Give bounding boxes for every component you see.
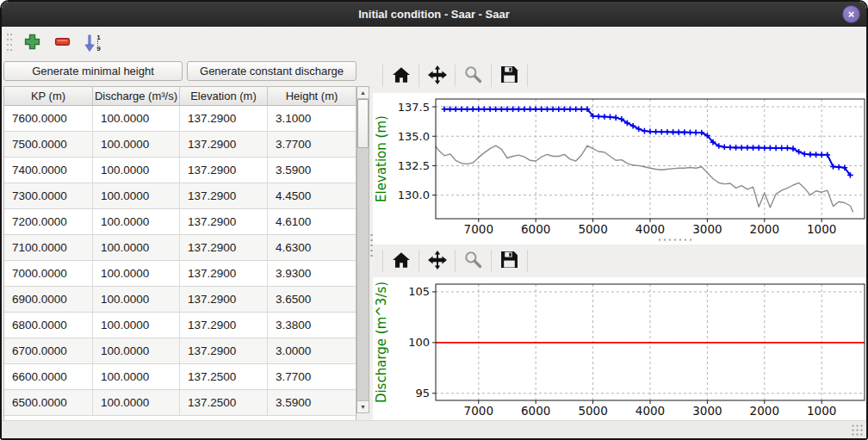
table-cell[interactable]: 100.0000	[93, 235, 180, 260]
table-cell[interactable]: 100.0000	[93, 287, 180, 312]
add-row-button[interactable]	[18, 30, 46, 56]
scroll-down-button[interactable]: ▼	[357, 400, 369, 412]
table-cell[interactable]: 100.0000	[93, 158, 180, 183]
table-row[interactable]: 7500.0000100.0000137.29003.7700	[4, 132, 356, 158]
table-cell[interactable]: 7400.0000	[4, 158, 93, 183]
table-cell[interactable]: 137.2900	[180, 106, 268, 131]
table-cell[interactable]: 6500.0000	[4, 390, 93, 415]
table-cell[interactable]: 4.6100	[268, 209, 356, 234]
table-cell[interactable]: 7300.0000	[4, 183, 93, 208]
sort-rows-button[interactable]: 1 9	[78, 30, 106, 56]
table-row[interactable]: 6600.0000100.0000137.25003.7700	[4, 364, 356, 390]
table-row[interactable]: 7400.0000100.0000137.29003.5900	[4, 158, 356, 183]
toolbar-separator	[382, 65, 383, 87]
x-tick-label: 4000	[636, 404, 665, 418]
table-cell[interactable]: 7200.0000	[4, 209, 93, 234]
table-cell[interactable]: 137.2900	[180, 313, 268, 338]
table-row[interactable]: 7100.0000100.0000137.29004.6300	[4, 235, 356, 261]
close-button[interactable]: ×	[842, 5, 860, 23]
table-cell[interactable]: 100.0000	[93, 132, 180, 157]
toolbar-separator	[527, 250, 528, 272]
table-cell[interactable]: 100.0000	[93, 313, 180, 338]
home-icon	[392, 251, 411, 271]
zoom-icon	[464, 65, 482, 86]
table-cell[interactable]: 3.1000	[268, 106, 356, 131]
table-cell[interactable]: 3.0000	[268, 338, 356, 363]
zoom-button[interactable]	[459, 248, 487, 274]
table-cell[interactable]: 137.2900	[180, 338, 268, 363]
table-row[interactable]: 7300.0000100.0000137.29004.4500	[4, 183, 356, 209]
table-row[interactable]: 6700.0000100.0000137.29003.0000	[4, 338, 356, 364]
toolbar-separator	[527, 65, 528, 87]
table-cell[interactable]: 137.2500	[180, 390, 268, 415]
window-title: Initial condition - Saar - Saar	[2, 2, 866, 27]
window-resize-grip[interactable]	[851, 424, 863, 436]
y-tick-label: 135.0	[398, 130, 430, 143]
zoom-button[interactable]	[459, 63, 487, 89]
table-row[interactable]: 6800.0000100.0000137.29003.3800	[4, 313, 356, 338]
table-cell[interactable]: 137.2900	[180, 261, 268, 286]
table-cell[interactable]: 6700.0000	[4, 338, 93, 363]
table-cell[interactable]: 100.0000	[93, 261, 180, 286]
table-row[interactable]: 7600.0000100.0000137.29003.1000	[4, 106, 356, 132]
generate-constant-discharge-button[interactable]: Generate constant discharge	[187, 61, 356, 81]
table-row[interactable]: 6900.0000100.0000137.29003.6500	[4, 287, 356, 313]
table-cell[interactable]: 137.2500	[180, 364, 268, 389]
table-cell[interactable]: 3.6500	[268, 287, 356, 312]
toolbar-separator	[418, 250, 419, 272]
table-row[interactable]: 7200.0000100.0000137.29004.6100	[4, 209, 356, 235]
discharge-chart-svg: 700060005000400030002000100010510095Disc…	[373, 277, 866, 420]
table-cell[interactable]: 3.9300	[268, 261, 356, 286]
table-cell[interactable]: 3.3800	[268, 313, 356, 338]
table-cell[interactable]: 3.7700	[268, 132, 356, 157]
table-cell[interactable]: 6600.0000	[4, 364, 93, 389]
table-cell[interactable]: 7000.0000	[4, 261, 93, 286]
table-cell[interactable]: 3.5900	[268, 390, 356, 415]
pan-button[interactable]	[423, 63, 451, 89]
table-cell[interactable]: 7500.0000	[4, 132, 93, 157]
x-tick-label: 6000	[521, 404, 550, 418]
table-cell[interactable]: 6900.0000	[4, 287, 93, 312]
home-button[interactable]	[387, 63, 415, 89]
table-cell[interactable]: 100.0000	[93, 183, 180, 208]
toolbar-grip[interactable]	[6, 32, 13, 54]
home-button[interactable]	[387, 248, 415, 274]
app-window: Initial condition - Saar - Saar × 1 9	[0, 0, 868, 440]
remove-row-button[interactable]	[48, 30, 76, 56]
save-button[interactable]	[495, 63, 524, 89]
table-scrollbar[interactable]: ▲ ▼	[356, 86, 369, 413]
x-tick-label: 1000	[807, 222, 836, 236]
table-cell[interactable]: 137.2900	[180, 158, 268, 183]
table-cell[interactable]: 3.5900	[268, 158, 356, 183]
table-cell[interactable]: 100.0000	[93, 338, 180, 363]
table-cell[interactable]: 137.2900	[180, 183, 268, 208]
discharge-chart-canvas[interactable]: 700060005000400030002000100010510095Disc…	[373, 277, 866, 420]
elevation-chart-canvas[interactable]: 7000600050004000300020001000137.5135.013…	[373, 93, 866, 245]
titlebar[interactable]: Initial condition - Saar - Saar ×	[2, 2, 866, 27]
table-cell[interactable]: 137.2900	[180, 132, 268, 157]
scroll-up-button[interactable]: ▲	[357, 87, 369, 99]
table-cell[interactable]: 100.0000	[93, 364, 180, 389]
table-cell[interactable]: 7600.0000	[4, 106, 93, 131]
scrollbar-thumb[interactable]	[357, 99, 369, 148]
table-cell[interactable]: 4.6300	[268, 235, 356, 260]
toolbar-separator	[491, 65, 492, 87]
table-cell[interactable]: 100.0000	[93, 209, 180, 234]
table-cell[interactable]: 3.7700	[268, 364, 356, 389]
table-cell[interactable]: 100.0000	[93, 106, 180, 131]
x-tick-label: 3000	[692, 222, 722, 236]
table-cell[interactable]: 137.2900	[180, 287, 268, 312]
table-row[interactable]: 7000.0000100.0000137.29003.9300	[4, 261, 356, 287]
save-button[interactable]	[495, 248, 524, 274]
table-cell[interactable]: 6800.0000	[4, 313, 93, 338]
pan-button[interactable]	[423, 248, 451, 274]
table-cell[interactable]: 137.2900	[180, 209, 268, 234]
table-row[interactable]: 6500.0000100.0000137.25003.5900	[4, 390, 356, 416]
chart-pane-grip[interactable]	[657, 238, 693, 242]
table-cell[interactable]: 100.0000	[93, 390, 180, 415]
generate-minimal-height-button[interactable]: Generate minimal height	[3, 61, 183, 81]
column-header: Discharge (m³/s)	[93, 87, 180, 105]
table-cell[interactable]: 7100.0000	[4, 235, 93, 260]
table-cell[interactable]: 137.2900	[180, 235, 268, 260]
table-cell[interactable]: 4.4500	[268, 183, 356, 208]
